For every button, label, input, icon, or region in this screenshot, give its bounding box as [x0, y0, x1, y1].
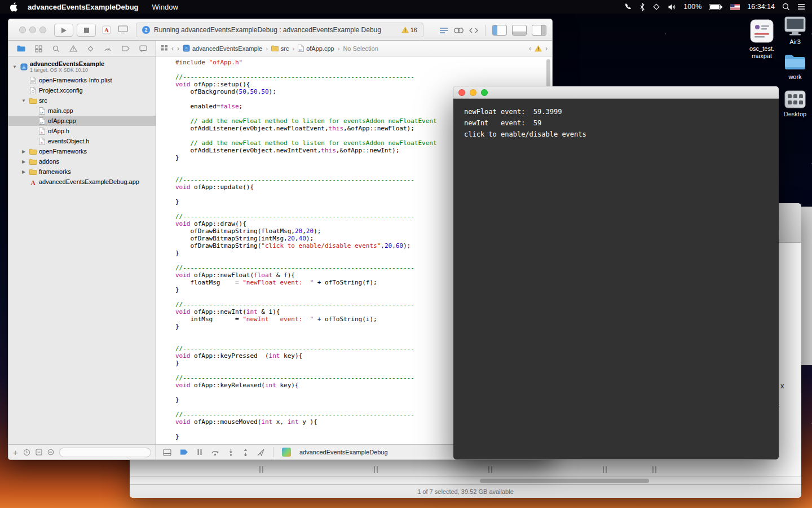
step-out-button[interactable] — [242, 449, 249, 456]
phone-status-icon[interactable] — [624, 3, 632, 11]
navigator-row[interactable]: AadvancedEventsExampleDebug.app — [8, 177, 156, 187]
next-issue-button[interactable]: › — [545, 45, 548, 52]
disclosure-triangle[interactable]: ▼ — [21, 98, 27, 103]
navigator-row[interactable]: c+main.cpp — [8, 106, 156, 116]
navigator-row-label: advancedEventsExample1 target, OS X SDK … — [30, 60, 104, 73]
previous-issue-button[interactable]: ‹ — [529, 45, 531, 52]
unsaved-files-filter-icon[interactable] — [47, 449, 54, 456]
desktop-icon-desktop[interactable]: Desktop — [778, 90, 812, 118]
breakpoints-toggle-button[interactable] — [180, 449, 188, 456]
disclosure-triangle[interactable]: ▶ — [21, 169, 27, 174]
breadcrumb-item[interactable]: No Selection — [343, 45, 378, 52]
disclosure-triangle[interactable]: ▶ — [21, 159, 27, 164]
navigator-filter-field[interactable] — [59, 448, 151, 457]
scrollbar-thumb[interactable] — [480, 479, 649, 483]
desktop-icon-work[interactable]: work — [779, 53, 811, 81]
hide-debug-area-button[interactable] — [163, 449, 171, 456]
app-window-titlebar[interactable] — [453, 86, 779, 99]
navigator-active-indicator — [493, 25, 497, 35]
navigator-row[interactable]: openFrameworks-Info.plist — [8, 75, 156, 85]
scheme-destination-icon[interactable] — [118, 25, 128, 34]
menu-clock[interactable]: 16:34:14 — [747, 3, 775, 11]
disclosure-triangle[interactable]: ▶ — [21, 149, 27, 154]
debugged-app-label[interactable]: advancedEventsExampleDebug — [299, 449, 388, 456]
navigator-row[interactable]: hofApp.h — [8, 126, 156, 136]
code-line[interactable]: //--------------------------------------… — [175, 73, 552, 81]
find-navigator-tab[interactable] — [52, 45, 60, 52]
desktop-icon-air3[interactable]: Air3 — [779, 16, 811, 46]
project-navigator-tab[interactable] — [17, 45, 25, 52]
minimize-window-button[interactable] — [29, 27, 36, 33]
apple-menu-icon[interactable] — [9, 2, 17, 12]
scm-status-filter-icon[interactable] — [36, 449, 42, 456]
close-button[interactable] — [458, 89, 465, 96]
add-item-button[interactable]: + — [13, 448, 18, 457]
breadcrumb-item[interactable]: src — [271, 45, 289, 52]
menu-app-name[interactable]: advancedEventsExampleDebug — [28, 3, 139, 11]
debug-navigator-tab[interactable] — [104, 45, 112, 52]
column-resize-handle[interactable] — [374, 466, 378, 473]
navigator-row[interactable]: ▼src — [8, 95, 156, 106]
navigator-row[interactable]: ▶addons — [8, 156, 156, 167]
jumpbar-warning-icon — [535, 45, 542, 52]
toolbar-divider — [485, 25, 486, 36]
horizontal-scrollbar[interactable] — [130, 476, 801, 484]
zoom-button[interactable] — [481, 89, 488, 96]
navigator-row[interactable]: ▼advancedEventsExample1 target, OS X SDK… — [8, 58, 156, 75]
navigator-row[interactable]: ▶frameworks — [8, 167, 156, 177]
standard-editor-button[interactable] — [439, 27, 448, 34]
column-resize-handle[interactable] — [603, 466, 607, 473]
project-navigator-tree: ▼advancedEventsExample1 target, OS X SDK… — [8, 57, 156, 444]
column-resize-handle[interactable] — [259, 466, 263, 473]
run-button[interactable] — [54, 24, 73, 37]
breadcrumb-item[interactable]: c+ofApp.cpp — [298, 45, 334, 52]
console-text-line: newInt event: 59 — [464, 117, 779, 129]
desktop-icon-maxpat[interactable]: osc_test.maxpat — [744, 19, 779, 60]
symbol-navigator-tab[interactable] — [35, 45, 42, 52]
code-line[interactable]: #include "ofApp.h" — [175, 59, 552, 66]
notification-center-icon[interactable] — [797, 3, 805, 10]
column-resize-handle[interactable] — [652, 466, 656, 473]
code-line[interactable] — [175, 66, 552, 73]
breadcrumb-item[interactable]: advancedEventsExample — [183, 45, 262, 52]
recent-files-filter-icon[interactable] — [23, 449, 30, 456]
menu-item-window[interactable]: Window — [152, 3, 178, 11]
spotlight-icon[interactable] — [782, 3, 790, 11]
step-over-button[interactable] — [211, 449, 219, 456]
close-window-button[interactable] — [19, 27, 26, 33]
version-editor-button[interactable] — [469, 27, 478, 34]
stop-button[interactable] — [77, 24, 96, 37]
assistant-editor-button[interactable] — [453, 27, 464, 34]
input-source-flag-icon[interactable] — [730, 4, 740, 10]
simulate-location-button[interactable] — [257, 449, 264, 456]
battery-icon[interactable] — [709, 3, 723, 11]
toggle-navigator-button[interactable] — [492, 25, 507, 36]
report-navigator-tab[interactable] — [139, 45, 147, 52]
navigator-row[interactable]: heventsObject.h — [8, 136, 156, 146]
toggle-debug-area-button[interactable] — [512, 25, 527, 36]
column-resize-handle[interactable] — [488, 466, 492, 473]
disclosure-triangle[interactable]: ▼ — [12, 64, 17, 69]
toggle-utilities-button[interactable] — [532, 25, 546, 36]
back-button[interactable]: ‹ — [171, 45, 174, 52]
forward-button[interactable]: › — [177, 45, 179, 52]
bluetooth-icon[interactable] — [639, 3, 645, 11]
navigator-row[interactable]: ▶openFrameworks — [8, 146, 156, 156]
navigator-row[interactable]: Project.xcconfig — [8, 85, 156, 95]
navigator-row[interactable]: c+ofApp.cpp — [8, 116, 156, 126]
volume-icon[interactable] — [668, 3, 676, 11]
scheme-app-icon[interactable]: A — [102, 25, 111, 34]
step-into-button[interactable] — [228, 449, 234, 456]
zoom-window-button[interactable] — [39, 27, 46, 33]
h-icon: h — [38, 138, 46, 145]
airdrop-icon[interactable] — [652, 3, 660, 11]
breakpoint-navigator-tab[interactable] — [122, 45, 130, 52]
test-navigator-tab[interactable] — [87, 45, 94, 52]
pause-button[interactable] — [197, 449, 202, 456]
issue-navigator-tab[interactable] — [69, 45, 77, 52]
warning-count-group[interactable]: 16 — [401, 27, 417, 33]
warning-count: 16 — [411, 27, 417, 33]
related-items-icon[interactable] — [161, 45, 168, 52]
minimize-button[interactable] — [470, 89, 476, 96]
app-canvas[interactable]: newFloat event: 59.3999newInt event: 59c… — [453, 99, 779, 459]
